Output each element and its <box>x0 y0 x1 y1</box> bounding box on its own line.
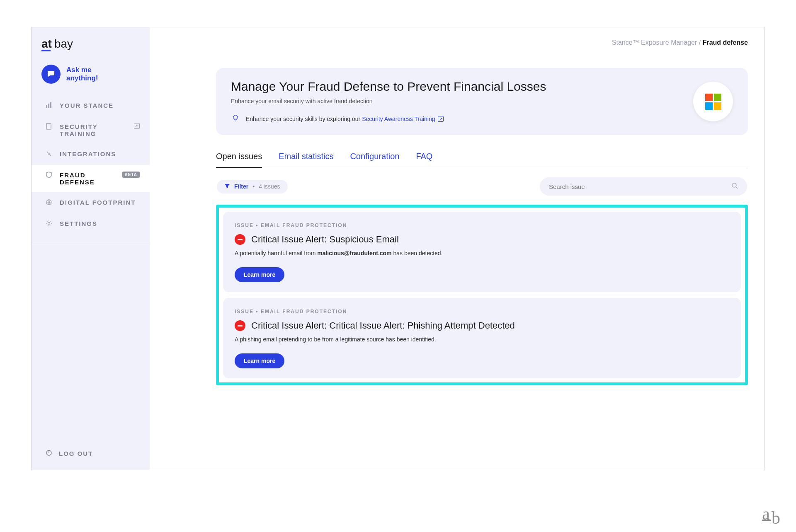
learn-more-button[interactable]: Learn more <box>235 267 284 282</box>
svg-rect-1 <box>48 104 49 108</box>
issue-title: Critical Issue Alert: Suspicious Email <box>251 234 399 245</box>
tab-email-statistics[interactable]: Email statistics <box>279 152 333 168</box>
microsoft-icon <box>705 94 721 110</box>
gear-icon <box>46 220 53 228</box>
sidebar-item-security-training[interactable]: SECURITY TRAINING ↗ <box>32 116 150 144</box>
sidebar-item-integrations[interactable]: INTEGRATIONS <box>32 144 150 165</box>
sidebar-item-label: DIGITAL FOOTPRINT <box>60 199 140 206</box>
hero-banner: Manage Your Fraud Defense to Prevent Fin… <box>216 68 748 135</box>
svg-rect-0 <box>46 105 47 108</box>
sidebar-item-your-stance[interactable]: YOUR STANCE <box>32 95 150 116</box>
tip-text: Enhance your security skills by explorin… <box>246 116 444 122</box>
critical-icon <box>235 320 245 331</box>
search-box[interactable] <box>540 177 747 196</box>
issues-highlight: ISSUE • EMAIL FRAUD PROTECTION Critical … <box>216 205 748 385</box>
issue-category: ISSUE • EMAIL FRAUD PROTECTION <box>235 309 729 314</box>
sidebar-nav: YOUR STANCE SECURITY TRAINING ↗ INTEGRAT… <box>32 95 150 235</box>
chat-icon <box>41 65 61 84</box>
search-icon <box>731 182 738 191</box>
ab-watermark: ab <box>762 504 779 524</box>
filter-icon <box>224 183 230 190</box>
page-title: Manage Your Fraud Defense to Prevent Fin… <box>231 80 677 94</box>
security-tip: Enhance your security skills by explorin… <box>231 114 677 123</box>
tab-open-issues[interactable]: Open issues <box>216 152 262 168</box>
breadcrumb-parent[interactable]: Stance™ Exposure Manager <box>612 39 697 46</box>
external-link-icon: ↗ <box>134 123 140 129</box>
filter-label: Filter <box>234 183 248 190</box>
sidebar-item-fraud-defense[interactable]: FRAUD DEFENSE BETA <box>32 165 150 192</box>
issue-category: ISSUE • EMAIL FRAUD PROTECTION <box>235 222 729 228</box>
app-frame: atbay Ask me anything! YOUR STANCE <box>31 27 765 470</box>
logout-label: LOG OUT <box>59 450 93 457</box>
lightbulb-icon <box>231 114 240 123</box>
plug-icon <box>46 150 53 158</box>
logout-button[interactable]: LOG OUT <box>32 437 150 470</box>
hero-text: Manage Your Fraud Defense to Prevent Fin… <box>231 80 677 123</box>
sidebar-divider <box>32 243 150 437</box>
issue-card: ISSUE • EMAIL FRAUD PROTECTION Critical … <box>223 212 741 292</box>
beta-badge: BETA <box>122 172 140 178</box>
sidebar-item-label: SECURITY TRAINING <box>60 123 127 137</box>
tab-configuration[interactable]: Configuration <box>350 152 399 168</box>
ask-me-anything[interactable]: Ask me anything! <box>32 60 150 95</box>
book-icon <box>46 123 53 131</box>
svg-line-10 <box>736 187 738 189</box>
globe-icon <box>46 199 53 207</box>
breadcrumb-current: Fraud defense <box>703 39 748 46</box>
filter-count: 4 issues <box>259 183 280 190</box>
sidebar-item-digital-footprint[interactable]: DIGITAL FOOTPRINT <box>32 192 150 213</box>
sidebar-item-label: FRAUD DEFENSE <box>60 172 116 186</box>
sidebar-item-settings[interactable]: SETTINGS <box>32 213 150 235</box>
issue-title-row: Critical Issue Alert: Critical Issue Ale… <box>235 320 729 331</box>
svg-rect-3 <box>46 123 51 129</box>
main-content: Stance™ Exposure Manager / Fraud defense… <box>150 27 764 470</box>
page-subtitle: Enhance your email security with active … <box>231 98 677 104</box>
breadcrumb: Stance™ Exposure Manager / Fraud defense <box>612 39 748 46</box>
sidebar: atbay Ask me anything! YOUR STANCE <box>32 27 150 470</box>
ask-text: Ask me anything! <box>66 66 98 83</box>
svg-point-5 <box>48 222 50 225</box>
issue-title: Critical Issue Alert: Critical Issue Ale… <box>251 320 515 331</box>
power-icon <box>46 450 52 457</box>
svg-rect-2 <box>50 102 51 108</box>
sidebar-item-label: SETTINGS <box>60 220 140 227</box>
tabs: Open issues Email statistics Configurati… <box>216 152 748 168</box>
svg-point-9 <box>732 183 736 187</box>
issue-title-row: Critical Issue Alert: Suspicious Email <box>235 234 729 245</box>
microsoft-badge <box>693 82 733 121</box>
critical-icon <box>235 234 245 245</box>
logo-bay: bay <box>54 37 73 50</box>
filter-row: Filter • 4 issues <box>216 177 748 196</box>
security-training-link[interactable]: Security Awareness Training <box>362 116 443 122</box>
bar-chart-icon <box>46 102 53 110</box>
logo-at: at <box>41 37 52 51</box>
logo: atbay <box>32 37 150 60</box>
issue-description: A potentially harmful email from malicio… <box>235 250 729 256</box>
sidebar-item-label: INTEGRATIONS <box>60 150 140 157</box>
external-link-icon <box>438 116 444 122</box>
issue-card: ISSUE • EMAIL FRAUD PROTECTION Critical … <box>223 298 741 378</box>
sidebar-item-label: YOUR STANCE <box>60 102 140 109</box>
tab-faq[interactable]: FAQ <box>416 152 432 168</box>
issue-description: A phishing email pretending to be from a… <box>235 336 729 343</box>
learn-more-button[interactable]: Learn more <box>235 353 284 368</box>
shield-icon <box>46 172 53 179</box>
filter-button[interactable]: Filter • 4 issues <box>217 180 288 193</box>
search-input[interactable] <box>549 183 731 190</box>
